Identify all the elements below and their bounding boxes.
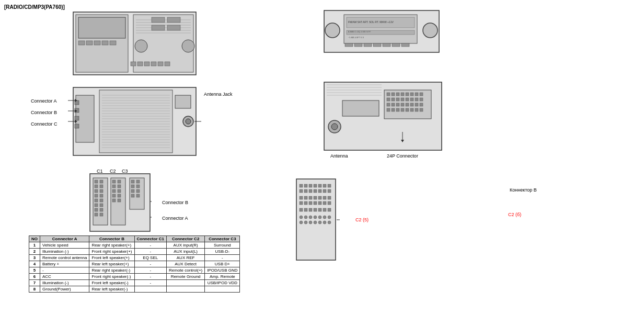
svg-rect-181 [323, 189, 326, 193]
svg-rect-18 [167, 17, 180, 23]
svg-point-207 [314, 216, 317, 219]
svg-rect-153 [112, 199, 116, 202]
svg-rect-110 [396, 108, 399, 111]
svg-text:~5:MB  4:9PT  6    9: ~5:MB 4:9PT 6 9 [348, 36, 364, 39]
svg-rect-36 [345, 43, 353, 47]
svg-rect-198 [304, 208, 307, 211]
svg-rect-22 [137, 62, 143, 66]
svg-rect-26 [165, 62, 170, 66]
svg-point-73 [186, 119, 191, 124]
svg-rect-171 [309, 184, 312, 187]
svg-rect-104 [406, 103, 409, 106]
svg-rect-173 [318, 184, 321, 187]
c2-6-label: C2 (б) [508, 212, 521, 217]
svg-rect-20 [167, 25, 180, 30]
svg-rect-23 [144, 62, 150, 66]
svg-rect-160 [131, 189, 134, 193]
svg-rect-162 [131, 194, 134, 197]
svg-point-117 [331, 124, 338, 130]
svg-rect-136 [95, 199, 98, 202]
table-row: 4Battery +Rear left speaker(+)-AUX Detec… [29, 261, 240, 267]
col-conn-c3: Connector C3 [205, 236, 240, 242]
svg-rect-186 [314, 196, 317, 199]
svg-rect-85 [392, 93, 395, 96]
page-title: [RADIO/CD/MP3(PA760)] [4, 4, 65, 10]
svg-rect-193 [314, 201, 317, 205]
svg-rect-169 [300, 184, 303, 187]
svg-point-208 [318, 216, 321, 219]
svg-rect-112 [406, 108, 409, 111]
svg-rect-170 [304, 184, 307, 187]
svg-rect-141 [100, 208, 103, 211]
svg-rect-161 [136, 189, 140, 193]
col-conn-b: Connector B [89, 236, 134, 242]
table-row: 3Remote control antennaFront left speake… [29, 255, 240, 261]
svg-rect-143 [100, 213, 103, 216]
svg-rect-135 [100, 194, 103, 197]
svg-point-205 [304, 216, 307, 219]
svg-rect-99 [420, 98, 423, 101]
svg-rect-4 [86, 41, 93, 45]
svg-rect-109 [392, 108, 395, 111]
svg-rect-152 [118, 194, 121, 197]
svg-rect-134 [95, 194, 98, 197]
svg-rect-101 [392, 103, 395, 106]
24p-diagram-small [295, 178, 340, 262]
svg-rect-139 [100, 204, 103, 207]
svg-rect-176 [300, 189, 303, 193]
svg-point-209 [323, 216, 326, 219]
connector-arrows [29, 85, 81, 158]
svg-rect-87 [401, 93, 404, 96]
svg-rect-163 [136, 194, 140, 197]
svg-rect-92 [387, 98, 390, 101]
svg-point-212 [304, 221, 307, 224]
svg-rect-182 [328, 189, 331, 193]
svg-rect-25 [158, 62, 163, 66]
svg-rect-189 [328, 196, 331, 199]
svg-rect-148 [118, 185, 121, 188]
svg-rect-140 [95, 208, 98, 211]
svg-rect-93 [392, 98, 395, 101]
svg-rect-150 [118, 189, 121, 193]
svg-rect-200 [314, 208, 317, 211]
svg-marker-77 [75, 99, 77, 102]
col-conn-c1: Connector C1 [134, 236, 166, 242]
svg-rect-174 [323, 184, 326, 187]
svg-rect-7 [110, 41, 116, 45]
svg-rect-88 [406, 93, 409, 96]
svg-rect-201 [318, 208, 321, 211]
table-row: 8Ground(Power)Rear left speaker(-) [29, 286, 240, 293]
radio-top-diagram [71, 9, 201, 77]
svg-rect-154 [118, 199, 121, 202]
svg-rect-2 [78, 17, 125, 38]
pin-connector-diagram [89, 173, 152, 233]
svg-rect-103 [401, 103, 404, 106]
svg-point-29 [423, 23, 438, 38]
col-no: NO [29, 236, 40, 242]
svg-rect-138 [95, 204, 98, 207]
svg-rect-188 [323, 196, 326, 199]
svg-rect-192 [309, 201, 312, 205]
col-conn-a: Connector A [40, 236, 89, 242]
radio-front-diagram: FM/AM SAT ART. SOL RT. 90KW +11V A.MAS 1… [323, 9, 443, 57]
svg-rect-115 [420, 108, 423, 111]
svg-rect-157 [136, 180, 140, 183]
svg-rect-147 [112, 185, 116, 188]
svg-rect-98 [415, 98, 418, 101]
svg-rect-38 [364, 43, 372, 47]
svg-rect-24 [151, 62, 156, 66]
svg-rect-114 [415, 108, 418, 111]
svg-rect-6 [102, 41, 108, 45]
svg-rect-132 [95, 189, 98, 193]
svg-point-210 [328, 216, 331, 219]
connector-b-ru-label: Коннектор В [510, 187, 537, 193]
svg-rect-202 [323, 208, 326, 211]
svg-rect-195 [323, 201, 326, 205]
svg-rect-178 [309, 189, 312, 193]
svg-rect-96 [406, 98, 409, 101]
svg-rect-37 [354, 43, 362, 47]
svg-rect-137 [100, 199, 103, 202]
svg-rect-191 [304, 201, 307, 205]
svg-rect-95 [401, 98, 404, 101]
svg-rect-17 [152, 17, 165, 23]
